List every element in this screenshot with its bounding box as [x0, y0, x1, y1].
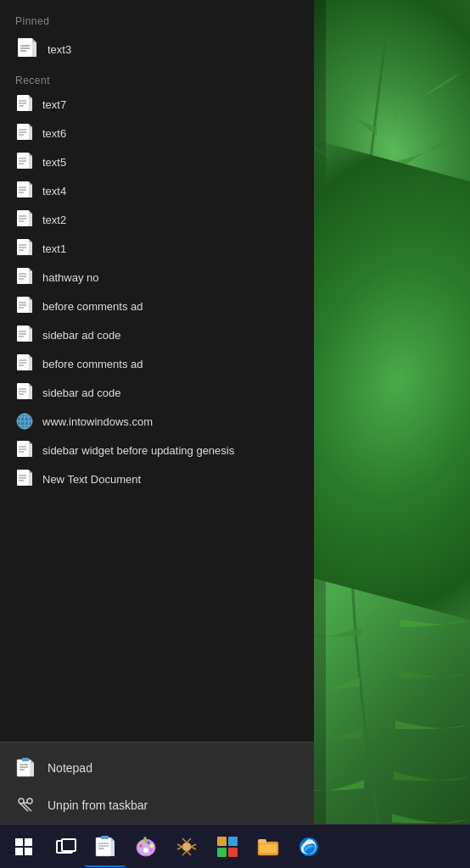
- svg-marker-56: [29, 326, 32, 329]
- txt-file-icon: [15, 239, 34, 258]
- svg-rect-130: [228, 837, 238, 846]
- file-name: text4: [42, 185, 66, 198]
- svg-rect-9: [29, 98, 32, 111]
- recent-item-before-comments-ad-1[interactable]: before comments ad: [0, 292, 314, 320]
- edge-icon: [299, 837, 319, 857]
- txt-file-icon: [15, 268, 34, 287]
- start-button[interactable]: [3, 826, 44, 867]
- svg-rect-57: [29, 329, 32, 342]
- edge-taskbar-button[interactable]: [288, 826, 329, 867]
- file-name: text7: [42, 98, 66, 111]
- file-name: sidebar widget before updating genesis: [42, 444, 234, 457]
- recent-item-sidebar-widget[interactable]: sidebar widget before updating genesis: [0, 436, 314, 465]
- txt-file-icon: [15, 383, 34, 402]
- files-area: Pinned text3 Recent: [0, 0, 314, 742]
- txt-file-icon: [15, 153, 34, 171]
- svg-rect-135: [258, 839, 266, 843]
- notepad-icon: [15, 758, 36, 778]
- svg-rect-131: [217, 848, 227, 857]
- svg-marker-62: [29, 354, 32, 358]
- svg-point-120: [182, 843, 191, 851]
- app1-icon: [176, 836, 198, 858]
- app1-taskbar-button[interactable]: [166, 826, 207, 867]
- file-name: text5: [42, 156, 66, 169]
- file-name: before comments ad: [42, 358, 143, 370]
- context-notepad-label: Notepad: [48, 761, 92, 775]
- txt-file-icon: [15, 297, 34, 315]
- txt-file-icon: [15, 210, 34, 229]
- txt-file-icon: [15, 470, 34, 488]
- svg-line-128: [187, 851, 191, 855]
- svg-rect-69: [29, 387, 32, 399]
- svg-line-125: [177, 847, 182, 849]
- file-name: hathway no: [42, 271, 99, 284]
- pinned-item-name: text3: [48, 43, 71, 56]
- svg-rect-93: [31, 763, 34, 776]
- svg-rect-45: [29, 271, 32, 284]
- recent-item-sidebar-ad-code-2[interactable]: sidebar ad code: [0, 378, 314, 407]
- context-notepad-button[interactable]: Notepad: [0, 749, 314, 787]
- recent-item-new-text-doc[interactable]: New Text Document: [0, 465, 314, 493]
- file-name: sidebar ad code: [42, 329, 121, 342]
- pinned-item-text3[interactable]: text3: [0, 31, 314, 68]
- windows-icon: [15, 838, 32, 855]
- paint-taskbar-button[interactable]: [126, 826, 166, 867]
- svg-line-126: [191, 847, 196, 849]
- notepad-taskbar-icon: [95, 835, 115, 857]
- svg-marker-80: [29, 441, 32, 444]
- recent-item-www-intowindows[interactable]: www.intowindows.com: [0, 407, 314, 436]
- file-name: New Text Document: [42, 473, 141, 486]
- svg-rect-15: [29, 127, 32, 140]
- svg-rect-107: [111, 841, 115, 856]
- recent-item-text5[interactable]: text5: [0, 147, 314, 176]
- svg-rect-132: [228, 848, 238, 857]
- txt-file-icon: [15, 441, 34, 459]
- svg-marker-106: [111, 837, 115, 841]
- file-name: before comments ad: [42, 300, 143, 313]
- background-image: [300, 0, 470, 868]
- recent-item-text7[interactable]: text7: [0, 90, 314, 119]
- recent-item-text4[interactable]: text4: [0, 176, 314, 205]
- context-unpin-label: Unpin from taskbar: [48, 798, 148, 812]
- file-explorer-taskbar-button[interactable]: [248, 826, 288, 867]
- recent-item-text1[interactable]: text1: [0, 234, 314, 263]
- recent-item-sidebar-ad-code-1[interactable]: sidebar ad code: [0, 320, 314, 349]
- photos-taskbar-button[interactable]: [207, 826, 248, 867]
- svg-marker-20: [29, 153, 32, 156]
- globe-file-icon: [15, 412, 34, 431]
- recent-item-hathway-no[interactable]: hathway no: [0, 263, 314, 292]
- recent-item-text6[interactable]: text6: [0, 119, 314, 147]
- svg-point-116: [150, 844, 154, 848]
- recent-item-text2[interactable]: text2: [0, 205, 314, 234]
- notepad-taskbar-button[interactable]: [85, 826, 126, 867]
- context-unpin-button[interactable]: Unpin from taskbar: [0, 787, 314, 824]
- svg-rect-129: [217, 837, 227, 846]
- recent-item-before-comments-ad-2[interactable]: before comments ad: [0, 349, 314, 378]
- txt-file-icon: [15, 326, 34, 344]
- svg-line-123: [177, 844, 182, 847]
- file-name: text1: [42, 242, 66, 255]
- svg-rect-136: [260, 844, 277, 853]
- file-name: www.intowindows.com: [42, 415, 153, 428]
- svg-point-117: [149, 849, 153, 852]
- paint-icon: [135, 836, 157, 858]
- txt-file-icon: [15, 181, 34, 200]
- svg-marker-86: [29, 470, 32, 473]
- svg-point-99: [27, 798, 32, 804]
- svg-line-122: [187, 838, 191, 843]
- svg-marker-50: [29, 297, 32, 300]
- svg-marker-32: [29, 210, 32, 214]
- svg-point-119: [143, 848, 148, 853]
- svg-rect-27: [29, 185, 32, 198]
- folder-icon: [257, 837, 279, 856]
- task-view-button[interactable]: [44, 826, 85, 867]
- svg-rect-91: [17, 760, 31, 776]
- svg-rect-87: [29, 473, 32, 486]
- svg-rect-81: [29, 444, 32, 457]
- taskbar: [0, 824, 470, 868]
- svg-rect-21: [29, 156, 32, 169]
- svg-line-124: [191, 844, 196, 847]
- pinned-section-label: Pinned: [0, 8, 314, 31]
- svg-rect-3: [32, 42, 36, 57]
- svg-rect-105: [96, 837, 111, 856]
